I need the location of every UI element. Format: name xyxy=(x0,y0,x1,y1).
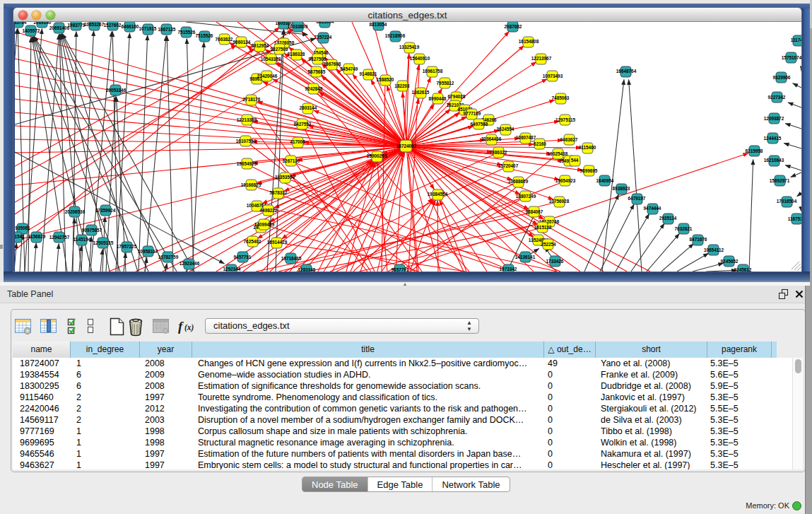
svg-text:2718176: 2718176 xyxy=(243,97,261,102)
svg-text:9227342: 9227342 xyxy=(768,95,786,100)
svg-text:9115460: 9115460 xyxy=(579,145,596,150)
svg-text:2867608: 2867608 xyxy=(324,62,341,66)
svg-text:7632621: 7632621 xyxy=(675,226,693,231)
svg-text:252254: 252254 xyxy=(541,242,556,247)
svg-text:16782759: 16782759 xyxy=(158,255,179,259)
svg-text:9899695: 9899695 xyxy=(580,168,598,173)
svg-text:1071915: 1071915 xyxy=(139,26,157,31)
svg-text:1145194: 1145194 xyxy=(73,237,91,242)
svg-text:2803144: 2803144 xyxy=(300,105,317,110)
svg-text:544: 544 xyxy=(571,158,579,163)
svg-text:10756928: 10756928 xyxy=(549,199,570,204)
svg-text:15751074: 15751074 xyxy=(782,55,801,60)
svg-text:12923446: 12923446 xyxy=(180,261,200,266)
svg-text:5875685: 5875685 xyxy=(308,69,326,74)
svg-text:19218906: 19218906 xyxy=(385,33,406,38)
svg-text:1283346: 1283346 xyxy=(298,267,316,271)
svg-text:9245652: 9245652 xyxy=(721,259,739,264)
svg-text:8938923: 8938923 xyxy=(613,186,630,191)
svg-text:8813054: 8813054 xyxy=(370,22,387,27)
svg-text:13325419: 13325419 xyxy=(399,45,420,49)
svg-text:16648764: 16648764 xyxy=(616,69,637,74)
svg-text:3624554: 3624554 xyxy=(497,127,514,132)
svg-text:1983764: 1983764 xyxy=(15,22,27,25)
svg-text:14136141: 14136141 xyxy=(515,255,536,259)
svg-text:6466160: 6466160 xyxy=(122,24,139,29)
svg-text:29053346: 29053346 xyxy=(106,88,126,93)
svg-text:1973342: 1973342 xyxy=(500,267,517,271)
svg-text:10973493: 10973493 xyxy=(543,74,563,78)
svg-text:1167533: 1167533 xyxy=(788,216,801,221)
svg-text:17016504: 17016504 xyxy=(777,199,797,204)
svg-text:16210643: 16210643 xyxy=(764,158,784,163)
svg-text:12213967: 12213967 xyxy=(531,56,552,61)
svg-text:18724007: 18724007 xyxy=(396,144,417,148)
svg-text:1588520: 1588520 xyxy=(377,77,394,82)
svg-text:f: f xyxy=(178,319,184,334)
svg-text:1667135: 1667135 xyxy=(158,27,176,32)
svg-text:9329966: 9329966 xyxy=(773,75,791,80)
svg-text:8186328: 8186328 xyxy=(288,52,305,57)
svg-text:10025438: 10025438 xyxy=(548,151,568,156)
svg-text:935061: 935061 xyxy=(15,226,30,230)
svg-text:17957225: 17957225 xyxy=(117,244,137,249)
svg-text:16914479: 16914479 xyxy=(267,240,288,245)
svg-text:(x): (x) xyxy=(184,323,194,332)
svg-text:1292344: 1292344 xyxy=(223,267,241,271)
svg-text:7986322: 7986322 xyxy=(490,150,507,155)
svg-text:10688609: 10688609 xyxy=(508,179,529,184)
svg-text:10543382: 10543382 xyxy=(261,57,281,62)
svg-text:8427552: 8427552 xyxy=(294,122,312,127)
svg-text:16033809: 16033809 xyxy=(288,24,308,29)
svg-text:1527602: 1527602 xyxy=(104,23,122,28)
svg-text:15900293: 15900293 xyxy=(367,153,387,158)
svg-text:20364436: 20364436 xyxy=(481,136,502,141)
svg-text:20206536: 20206536 xyxy=(65,209,86,214)
svg-text:9660124: 9660124 xyxy=(233,40,251,45)
svg-text:16154808: 16154808 xyxy=(519,39,539,44)
svg-text:9777169: 9777169 xyxy=(464,111,481,116)
svg-text:7955812: 7955812 xyxy=(437,81,454,86)
svg-text:9327508: 9327508 xyxy=(309,57,326,62)
svg-text:19384554: 19384554 xyxy=(428,192,448,197)
svg-text:90975857: 90975857 xyxy=(82,228,102,233)
svg-text:391541: 391541 xyxy=(15,234,25,239)
svg-text:6479197: 6479197 xyxy=(628,196,646,201)
svg-text:4498222: 4498222 xyxy=(260,208,278,213)
svg-text:2087682: 2087682 xyxy=(505,24,522,29)
svg-text:12942757: 12942757 xyxy=(49,235,70,240)
svg-text:15720407: 15720407 xyxy=(498,163,519,168)
svg-text:7515526: 7515526 xyxy=(178,30,196,35)
svg-text:2069140: 2069140 xyxy=(34,22,52,25)
svg-text:9474444: 9474444 xyxy=(644,206,661,211)
svg-text:8990448: 8990448 xyxy=(429,96,447,101)
svg-text:9327503: 9327503 xyxy=(271,47,288,52)
svg-text:18807249: 18807249 xyxy=(516,194,536,199)
svg-text:9242848: 9242848 xyxy=(305,86,323,91)
svg-text:12093872: 12093872 xyxy=(764,116,784,121)
svg-text:19166825: 19166825 xyxy=(241,182,261,187)
svg-text:8813054: 8813054 xyxy=(317,22,334,24)
svg-text:6794028: 6794028 xyxy=(448,94,466,99)
svg-text:19716485: 19716485 xyxy=(281,256,302,261)
svg-text:1640954: 1640954 xyxy=(596,178,614,183)
svg-text:7485063: 7485063 xyxy=(552,95,570,100)
svg-text:23420046: 23420046 xyxy=(257,74,278,78)
svg-text:9245612: 9245612 xyxy=(734,267,752,271)
svg-text:1615112: 1615112 xyxy=(534,225,552,230)
svg-text:20691406: 20691406 xyxy=(49,25,70,30)
svg-text:10958107: 10958107 xyxy=(138,249,158,254)
svg-text:1244415: 1244415 xyxy=(764,136,782,141)
svg-text:7663822: 7663822 xyxy=(216,37,233,42)
svg-text:8471676: 8471676 xyxy=(690,237,707,242)
svg-text:5878332: 5878332 xyxy=(270,190,288,195)
svg-text:182203: 182203 xyxy=(394,83,410,88)
svg-text:9884067: 9884067 xyxy=(526,209,543,214)
svg-text:16107553: 16107553 xyxy=(236,139,257,144)
svg-text:19654925: 19654925 xyxy=(237,161,257,166)
svg-text:15640910: 15640910 xyxy=(410,56,430,61)
svg-text:8454749: 8454749 xyxy=(341,66,358,71)
svg-text:3267130: 3267130 xyxy=(283,158,300,163)
svg-text:1983779: 1983779 xyxy=(68,23,86,28)
svg-text:9457791: 9457791 xyxy=(234,255,252,259)
